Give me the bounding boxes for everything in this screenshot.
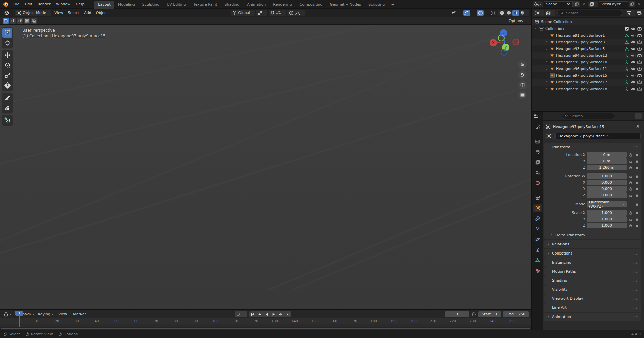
options-button[interactable]: Options xyxy=(507,18,529,24)
animate-dot[interactable]: ● xyxy=(635,224,639,227)
properties-tab-modifiers[interactable] xyxy=(533,215,542,223)
viewport-menu-object[interactable]: Object xyxy=(94,10,110,16)
value-field[interactable]: 0.000 xyxy=(587,180,627,185)
viewport-menu-select[interactable]: Select xyxy=(65,10,82,16)
shading-rendered-button[interactable] xyxy=(519,10,526,16)
outliner-row-scene-collection[interactable]: Scene Collection xyxy=(532,18,644,25)
outliner-item[interactable]: Hexagone92:polySurface3 xyxy=(532,39,644,45)
properties-tab-output[interactable] xyxy=(533,148,542,156)
camera-icon[interactable] xyxy=(637,66,642,71)
properties-tab-collection[interactable] xyxy=(533,194,542,202)
scene-unlink-button[interactable] xyxy=(581,1,587,7)
drag-dots-icon[interactable]: :::: xyxy=(633,261,639,264)
outliner-item[interactable]: Hexagone93:polySurface5 xyxy=(532,45,644,52)
overlays-toggle[interactable] xyxy=(476,9,488,17)
properties-options-button[interactable] xyxy=(635,113,642,119)
stopwatch-icon[interactable] xyxy=(471,312,476,317)
tab-layout[interactable]: Layout xyxy=(94,1,114,9)
camera-icon[interactable] xyxy=(637,40,642,45)
viewlayer-new-button[interactable] xyxy=(629,1,635,7)
animate-dot[interactable]: ● xyxy=(635,175,639,178)
value-field[interactable]: 0.000 xyxy=(587,186,627,192)
orientation-dropdown[interactable]: Global xyxy=(231,10,255,16)
pin-icon[interactable] xyxy=(566,2,570,6)
drag-dots-icon[interactable]: :::: xyxy=(633,270,639,273)
tab-animation[interactable]: Animation xyxy=(243,1,269,9)
autokey-dropdown[interactable] xyxy=(242,311,247,317)
lock-icon[interactable] xyxy=(628,180,633,185)
timeline-editor-type-button[interactable] xyxy=(2,311,13,318)
drag-dots-icon[interactable]: :::: xyxy=(633,288,639,291)
tab-rendering[interactable]: Rendering xyxy=(269,1,296,9)
properties-tab-object-data[interactable] xyxy=(533,256,542,264)
properties-tab-material[interactable] xyxy=(533,267,542,275)
outliner-search-input[interactable]: Search xyxy=(557,10,623,16)
eye-icon[interactable] xyxy=(631,40,636,45)
tool-cursor[interactable] xyxy=(2,38,12,48)
lock-icon[interactable] xyxy=(628,211,633,215)
frame-end-field[interactable]: End250 xyxy=(503,311,529,317)
menu-edit[interactable]: Edit xyxy=(22,1,35,7)
scene-name-field[interactable]: Scene xyxy=(544,1,573,7)
play-reverse-button[interactable] xyxy=(263,311,270,317)
outliner-item[interactable]: Hexagone94:polySurface13 xyxy=(532,52,644,59)
menu-window[interactable]: Window xyxy=(53,1,73,7)
viewport-canvas[interactable]: User Perspective (1) Collection | Hexago… xyxy=(0,25,531,309)
tab-shading[interactable]: Shading xyxy=(221,1,244,9)
animate-dot[interactable]: ● xyxy=(635,187,639,191)
mode-dropdown[interactable]: Quaternion (WXYZ) xyxy=(587,201,627,207)
properties-tab-constraints[interactable] xyxy=(533,246,542,254)
ortho-toggle-button[interactable] xyxy=(518,91,527,99)
viewlayer-browse-button[interactable] xyxy=(588,1,598,7)
properties-tab-physics[interactable] xyxy=(533,235,542,243)
outliner-display-mode-button[interactable] xyxy=(545,10,555,16)
drag-dots-icon[interactable]: :::: xyxy=(633,297,639,300)
object-visibility-dropdown[interactable] xyxy=(449,10,461,16)
eye-icon[interactable] xyxy=(631,73,636,78)
drag-dots-icon[interactable]: :::: xyxy=(633,315,639,319)
tool-rotate[interactable] xyxy=(2,60,12,70)
properties-tab-render[interactable] xyxy=(533,137,542,146)
transform-panel-header[interactable]: Transform :::: xyxy=(544,143,641,151)
viewlayer-name-field[interactable]: ViewLayer xyxy=(599,1,628,7)
editor-type-button[interactable] xyxy=(3,10,14,16)
mode-dropdown[interactable]: Object Mode xyxy=(15,10,51,16)
collapse-icon[interactable] xyxy=(535,27,538,30)
camera-icon[interactable] xyxy=(637,60,642,65)
lock-icon[interactable] xyxy=(628,159,633,164)
gizmos-toggle[interactable] xyxy=(462,9,475,17)
camera-icon[interactable] xyxy=(637,26,642,31)
select-mode-subtract[interactable] xyxy=(17,18,23,24)
menu-file[interactable]: File xyxy=(11,1,22,7)
eye-icon[interactable] xyxy=(631,87,636,92)
lock-icon[interactable] xyxy=(628,187,633,191)
pivot-dropdown[interactable] xyxy=(256,10,267,16)
camera-icon[interactable] xyxy=(637,73,642,78)
drag-dots-icon[interactable]: :::: xyxy=(633,279,639,282)
jump-to-start-button[interactable] xyxy=(249,311,256,317)
lock-icon[interactable] xyxy=(628,165,633,170)
tool-move[interactable] xyxy=(2,50,12,60)
tool-add-cube[interactable] xyxy=(2,115,12,125)
pan-button[interactable] xyxy=(518,70,527,79)
camera-icon[interactable] xyxy=(637,80,642,85)
shading-wireframe-button[interactable] xyxy=(499,10,505,16)
eye-icon[interactable] xyxy=(631,26,636,31)
shading-solid-button[interactable] xyxy=(505,10,512,16)
viewlayer-remove-button[interactable] xyxy=(636,1,642,7)
properties-tab-tool[interactable] xyxy=(533,123,542,131)
animate-dot[interactable]: ● xyxy=(635,160,639,163)
drag-dots-icon[interactable]: :::: xyxy=(633,252,639,255)
value-field[interactable]: 1.266 m xyxy=(587,165,627,170)
animate-dot[interactable]: ● xyxy=(635,181,639,184)
camera-icon[interactable] xyxy=(637,46,642,51)
tab-geometry-nodes[interactable]: Geometry Nodes xyxy=(326,1,365,9)
animate-dot[interactable]: ● xyxy=(635,211,639,215)
outliner-item[interactable]: Hexagone99:polySurface18 xyxy=(532,86,644,92)
tool-transform[interactable] xyxy=(2,80,12,90)
drag-dots-icon[interactable]: :::: xyxy=(633,306,639,309)
outliner-item[interactable]: Hexagone97:polySurface15 xyxy=(532,72,644,79)
viewport-menu-view[interactable]: View xyxy=(52,10,65,16)
outliner-item[interactable]: Hexagone96:polySurface11 xyxy=(532,65,644,72)
properties-tab-view-layer[interactable] xyxy=(533,158,542,166)
